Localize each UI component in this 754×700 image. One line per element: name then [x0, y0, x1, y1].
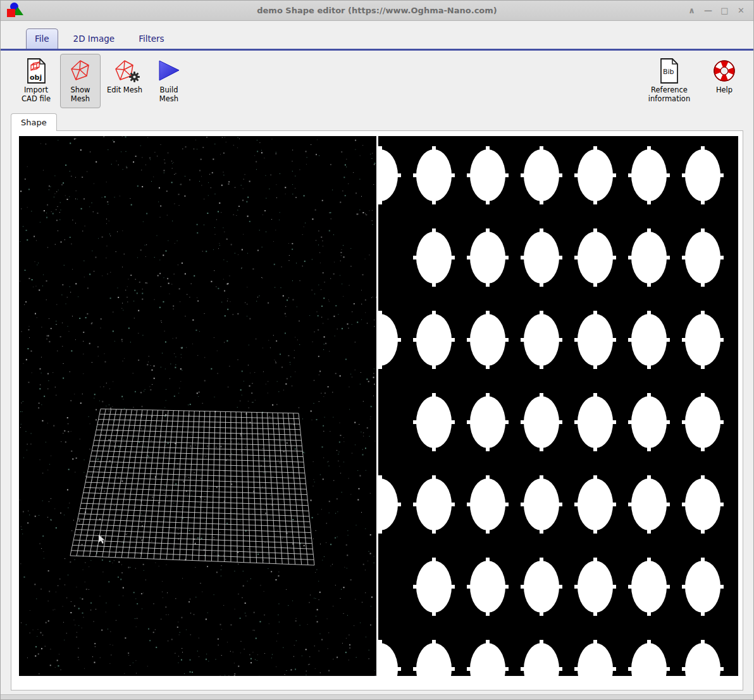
- red-square-shape: [7, 9, 15, 17]
- minimize-button[interactable]: —: [702, 4, 714, 16]
- window-bottom-edge: [1, 694, 753, 699]
- toolbar: obj Import CAD file Show Mesh: [1, 51, 753, 112]
- toolbar-button-label: Import CAD file: [18, 86, 54, 104]
- play-icon: [156, 58, 182, 84]
- build-mesh-button[interactable]: Build Mesh: [149, 54, 189, 108]
- help-button[interactable]: Help: [704, 54, 745, 99]
- obj-document-icon: obj: [23, 58, 49, 84]
- tab-filters[interactable]: Filters: [130, 28, 173, 49]
- toolbar-button-label: Build Mesh: [151, 86, 187, 104]
- window-controls: ∧ — □ ✕: [686, 1, 747, 20]
- gear-icon: [129, 72, 140, 85]
- pattern-2d-preview: [378, 136, 738, 676]
- title-bar: demo Shape editor (https://www.Oghma-Nan…: [1, 1, 753, 21]
- toolbar-button-label: Help: [716, 86, 732, 95]
- tab-shape[interactable]: Shape: [11, 113, 57, 131]
- import-cad-file-button[interactable]: obj Import CAD file: [16, 54, 56, 108]
- lifebuoy-icon: [711, 58, 738, 84]
- maximize-button[interactable]: □: [719, 4, 731, 16]
- ribbon-tab-bar: File 2D Image Filters: [1, 21, 753, 51]
- tab-2d-image[interactable]: 2D Image: [65, 28, 124, 49]
- bib-document-icon: Bib: [656, 58, 683, 84]
- edit-mesh-button[interactable]: Edit Mesh: [104, 54, 145, 99]
- tab-file[interactable]: File: [26, 28, 58, 49]
- show-mesh-button[interactable]: Show Mesh: [60, 54, 101, 108]
- shape-editor-content: [11, 130, 743, 691]
- mesh-gear-icon: [111, 58, 138, 84]
- mesh-3d-viewport[interactable]: [19, 136, 376, 676]
- toolbar-button-label: Reference information: [640, 86, 698, 104]
- reference-information-button[interactable]: Bib Reference information: [638, 54, 700, 108]
- toolbar-button-label: Show Mesh: [62, 86, 99, 104]
- app-shapes-icon: [7, 3, 23, 18]
- window-title: demo Shape editor (https://www.Oghma-Nan…: [1, 6, 753, 15]
- shade-button[interactable]: ∧: [686, 4, 698, 16]
- toolbar-button-label: Edit Mesh: [107, 86, 142, 95]
- mesh-icon: [67, 58, 94, 84]
- page-tab-bar: Shape: [1, 113, 753, 130]
- app-window: demo Shape editor (https://www.Oghma-Nan…: [0, 0, 754, 700]
- close-button[interactable]: ✕: [735, 4, 747, 16]
- obj-label: obj: [30, 73, 42, 82]
- bib-label: Bib: [663, 68, 674, 76]
